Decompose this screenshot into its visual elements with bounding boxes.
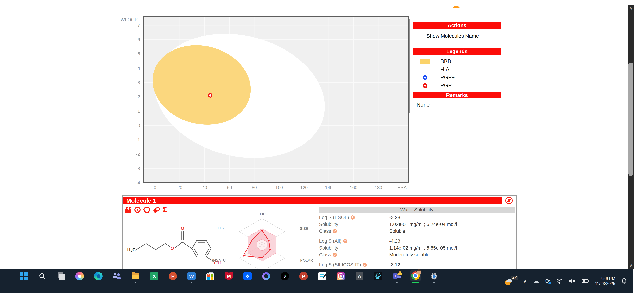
word-button[interactable]: W	[187, 272, 196, 281]
vertical-scrollbar[interactable]: ∧ ∨	[628, 5, 634, 268]
help-icon[interactable]: ?	[350, 216, 355, 220]
settings-button[interactable]: ⚙	[430, 272, 438, 281]
boiled-egg-plot	[144, 16, 409, 182]
teams-button[interactable]	[112, 272, 121, 281]
chrome-active-indicator	[412, 282, 419, 283]
word-icon: W	[188, 272, 196, 280]
twins-icon[interactable]	[124, 206, 132, 213]
tray-overflow-chevron-icon[interactable]: ∧	[523, 278, 527, 284]
row-value: -4.23	[389, 238, 400, 244]
radar-axis-lipo: LIPO	[255, 212, 274, 216]
row-label: Solubility	[319, 245, 338, 251]
row-label: Class	[319, 252, 331, 258]
help-icon[interactable]: ?	[362, 263, 367, 267]
show-molecules-name-label[interactable]: Show Molecules Name	[426, 33, 479, 39]
letter-a-app-icon: A	[356, 272, 364, 280]
show-molecules-name-checkbox[interactable]	[419, 34, 424, 38]
molecule-title: Molecule 1	[123, 197, 502, 204]
todo-button[interactable]	[318, 272, 326, 281]
legend-item-label: PGP-	[440, 82, 454, 89]
table-row: Class ? Soluble	[319, 228, 514, 234]
capsule-icon[interactable]	[152, 206, 161, 213]
excel-button[interactable]: X	[150, 272, 159, 281]
x-axis-ticks: 020406080100120140160180	[142, 185, 391, 190]
help-icon[interactable]: ?	[333, 253, 337, 257]
tiktok-icon: ♪	[280, 272, 289, 280]
radar-axis-size: SIZE	[294, 226, 314, 231]
legend-item-label: BBB	[440, 58, 451, 64]
mcafee-shield-icon: M	[225, 272, 233, 280]
dropbox-button[interactable]: ❖	[243, 272, 252, 281]
instagram-icon	[337, 272, 345, 280]
legend-list: BBB HIA PGP+ PGP-	[414, 57, 500, 90]
loop-button[interactable]	[262, 272, 271, 281]
row-label: Log S (ESOL)	[319, 215, 349, 220]
y-tick: 3	[118, 76, 140, 90]
legend-item: HIA	[414, 66, 500, 74]
microsoft-store-icon	[206, 274, 214, 280]
row-label: Class	[319, 228, 331, 234]
sigma-icon[interactable]: Σ	[162, 206, 167, 213]
temperature-badge: 39°	[511, 276, 518, 280]
help-icon[interactable]: ?	[343, 239, 347, 243]
radar-axis-polar: POLAR	[297, 258, 316, 263]
y-tick: 1	[118, 104, 140, 118]
legend-item-label: PGP+	[440, 74, 455, 81]
scroll-down-icon[interactable]: ∨	[628, 263, 634, 268]
help-icon[interactable]: ?	[333, 229, 337, 233]
wifi-icon[interactable]	[556, 278, 563, 284]
edge-button[interactable]	[94, 272, 103, 281]
molecule-collapse-button[interactable]	[502, 196, 516, 205]
row-value: 1.14e-02 mg/ml ; 5.85e-05 mol/l	[389, 245, 457, 251]
notification-bell-icon[interactable]: z	[621, 278, 627, 284]
windows-taskbar: X P W M ❖ ♪ P A T	[0, 268, 633, 293]
chrome-button[interactable]	[411, 272, 420, 281]
teams-alert-button[interactable]: T	[392, 272, 401, 281]
table-row: Log S (ESOL) ? -3.28	[319, 214, 514, 221]
start-button[interactable]	[19, 272, 28, 281]
app-a-button[interactable]: A	[355, 272, 364, 281]
x-tick: 100	[267, 185, 292, 190]
x-tick: 180	[366, 185, 391, 190]
mcafee-button[interactable]: M	[224, 272, 233, 281]
legend-swatch-icon	[423, 83, 428, 88]
copilot-button[interactable]	[75, 272, 84, 281]
scrollbar-thumb[interactable]	[628, 62, 634, 176]
remarks-value: None	[416, 102, 500, 108]
search-button[interactable]	[38, 272, 47, 281]
atom-h3c: H₃C	[127, 247, 136, 252]
tiktok-button[interactable]: ♪	[280, 272, 289, 281]
y-tick: -3	[118, 162, 140, 176]
sync-icon[interactable]: ⟳	[545, 278, 550, 284]
powerpoint-button[interactable]: P	[168, 272, 177, 281]
microsoft-store-button[interactable]	[206, 272, 215, 281]
row-value: -3.28	[389, 215, 400, 220]
y-tick: 6	[118, 32, 140, 47]
loop-ring-icon	[262, 272, 270, 280]
atom-carbonyl-o: O	[181, 226, 184, 231]
onedrive-cloud-icon[interactable]: ☁	[532, 277, 540, 285]
volume-muted-icon[interactable]	[569, 278, 576, 284]
padlet-button[interactable]: P	[299, 272, 308, 281]
scroll-up-icon[interactable]: ∧	[628, 6, 634, 11]
hexagon-icon[interactable]	[143, 206, 151, 213]
legend-actions-panel: Actions Show Molecules Name Legends BBB …	[410, 19, 504, 113]
profile-avatar	[416, 269, 422, 274]
battery-icon[interactable]	[582, 279, 589, 283]
weather-widget[interactable]: ☁ 39°	[504, 276, 518, 286]
clock[interactable]: 7:59 PM 11/23/2025	[595, 276, 615, 286]
x-tick: 20	[168, 185, 192, 190]
pgp-minus-data-point[interactable]	[208, 94, 212, 97]
table-row: Log S (SILICOS-IT) ? -3.12	[319, 261, 514, 268]
react-app-button[interactable]	[374, 272, 382, 281]
x-tick: 0	[142, 185, 168, 190]
instagram-button[interactable]	[336, 272, 345, 281]
target-icon[interactable]	[134, 206, 141, 213]
file-explorer-button[interactable]	[131, 272, 140, 281]
cutoff-orange-icon	[453, 6, 460, 8]
row-label: Log S (SILICOS-IT)	[319, 262, 361, 268]
row-value: 1.02e-01 mg/ml ; 5.24e-04 mol/l	[389, 222, 457, 227]
y-tick: 7	[118, 18, 140, 32]
task-view-button[interactable]	[56, 272, 66, 281]
copilot-icon	[75, 272, 84, 280]
